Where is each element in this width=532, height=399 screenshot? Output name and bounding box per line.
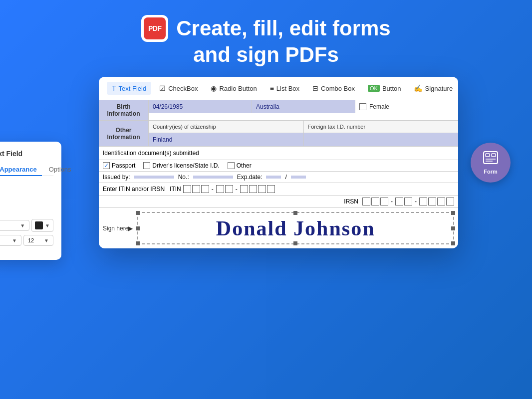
resize-tr[interactable] xyxy=(451,211,455,215)
toolbar-text-field[interactable]: T Text Field xyxy=(107,82,151,95)
form-button-icon xyxy=(483,151,499,168)
form-floating-button[interactable]: Form xyxy=(471,143,511,183)
birth-country-field[interactable]: Australia xyxy=(252,100,355,113)
issued-by-field[interactable] xyxy=(134,176,174,179)
font-name-dropdown[interactable]: Courier New ▼ xyxy=(0,220,29,231)
text-field-panel: Text Field General Appearance Options Co… xyxy=(0,142,61,260)
font-color-swatch xyxy=(35,221,43,229)
font-size-dropdown[interactable]: 12 ▼ xyxy=(23,235,53,246)
itin-label: ITIN xyxy=(170,186,181,193)
toolbar-checkbox[interactable]: ☑ CheckBox xyxy=(154,82,203,95)
svg-rect-3 xyxy=(486,154,490,157)
citizenship-value[interactable]: Finland xyxy=(149,133,304,146)
itin-dash1: - xyxy=(212,186,214,193)
font-name-arrow: ▼ xyxy=(20,223,25,228)
itin-box-5[interactable] xyxy=(225,185,233,193)
itin-box-7[interactable] xyxy=(249,185,257,193)
itin-dash2: - xyxy=(236,186,238,193)
irsn-box-9[interactable] xyxy=(446,198,454,205)
font-size-value: 12 xyxy=(28,237,34,243)
toolbar-button[interactable]: OK Button xyxy=(363,82,406,95)
itin-box-6[interactable] xyxy=(240,185,248,193)
drivers-item: Driver's license/State I.D. xyxy=(143,162,219,169)
itin-boxes-1 xyxy=(183,185,209,193)
main-area: Text Field General Appearance Options Co… xyxy=(41,77,491,248)
itin-box-3[interactable] xyxy=(201,185,209,193)
gender-checkbox[interactable] xyxy=(359,103,366,110)
tax-id-value[interactable] xyxy=(304,133,459,146)
resize-bl[interactable] xyxy=(136,241,140,245)
font-style-dropdown[interactable]: Regular ▼ xyxy=(0,235,21,246)
resize-tl[interactable] xyxy=(136,211,140,215)
exp-field[interactable] xyxy=(266,176,281,179)
irsn-boxes-1 xyxy=(362,198,388,205)
color-field: Color ▼ xyxy=(0,183,53,204)
birth-date-field[interactable]: 04/26/1985 xyxy=(149,100,252,113)
form-toolbar: T Text Field ☑ CheckBox ◉ Radio Button ≡… xyxy=(99,77,458,100)
itin-enter-label: Enter ITIN and/or IRSN xyxy=(103,186,165,193)
exp-field2[interactable] xyxy=(291,176,306,179)
irsn-box-8[interactable] xyxy=(437,198,445,205)
resize-br[interactable] xyxy=(451,241,455,245)
irsn-label: IRSN xyxy=(344,198,358,205)
font-size-arrow: ▼ xyxy=(44,238,49,243)
irsn-box-1[interactable] xyxy=(362,198,370,205)
itin-boxes-2 xyxy=(216,185,233,193)
itin-box-9[interactable] xyxy=(267,185,275,193)
other-fields: Country(ies) of citizenship Foreign tax … xyxy=(149,121,458,146)
checkbox-icon: ☑ xyxy=(159,84,166,92)
itin-box-8[interactable] xyxy=(258,185,266,193)
itin-box-2[interactable] xyxy=(192,185,200,193)
resize-tm[interactable] xyxy=(293,211,297,215)
toolbar-listbox[interactable]: ≡ List Box xyxy=(265,82,304,95)
itin-box-1[interactable] xyxy=(183,185,191,193)
resize-ml[interactable] xyxy=(136,226,140,230)
exp-label: Exp.date: xyxy=(237,174,263,181)
other-doc-checkbox[interactable] xyxy=(228,162,235,169)
resize-mr[interactable] xyxy=(451,226,455,230)
text-field-icon: T xyxy=(112,84,116,92)
passport-checkbox[interactable]: ✓ xyxy=(103,162,110,169)
irsn-dash2: - xyxy=(415,198,417,205)
citizenship-header-row: Country(ies) of citizenship Foreign tax … xyxy=(149,121,458,133)
irsn-box-7[interactable] xyxy=(428,198,436,205)
citizenship-label: Country(ies) of citizenship xyxy=(149,121,304,133)
drivers-label: Driver's license/State I.D. xyxy=(152,162,219,169)
button-icon: OK xyxy=(368,85,380,92)
tax-id-label: Foreign tax I.D. number xyxy=(304,121,459,133)
font-label: Font xyxy=(0,210,53,217)
drivers-checkbox[interactable] xyxy=(143,162,150,169)
color-row: ▼ xyxy=(0,192,53,204)
toolbar-signature[interactable]: ✍ Signature xyxy=(409,82,458,95)
listbox-label: List Box xyxy=(276,85,299,92)
radio-label: Radio Button xyxy=(219,85,257,92)
app-logo: PDF xyxy=(141,15,168,42)
header-title-line1: Create, fill, edit forms xyxy=(176,16,390,40)
issued-by-label: Issued by: xyxy=(103,174,130,181)
tab-options[interactable]: Options xyxy=(44,164,76,176)
tab-appearance[interactable]: Appearance xyxy=(0,164,42,176)
irsn-box-2[interactable] xyxy=(371,198,379,205)
exp-slash1: / xyxy=(285,174,286,181)
no-field[interactable] xyxy=(193,176,233,179)
signature-box[interactable]: Donald Johnson xyxy=(137,212,454,244)
toolbar-combobox[interactable]: ⊟ Combo Box xyxy=(307,82,360,95)
toolbar-radio[interactable]: ◉ Radio Button xyxy=(206,82,262,95)
itin-box-4[interactable] xyxy=(216,185,224,193)
signature-icon: ✍ xyxy=(414,84,422,92)
irsn-row: IRSN - - xyxy=(99,196,458,208)
app-header: PDF Create, fill, edit forms and sign PD… xyxy=(141,15,390,67)
irsn-box-3[interactable] xyxy=(380,198,388,205)
font-color-dropdown[interactable]: ▼ xyxy=(31,219,53,232)
irsn-box-5[interactable] xyxy=(404,198,412,205)
svg-rect-4 xyxy=(492,154,496,157)
pdf-logo-text: PDF xyxy=(144,17,166,39)
combobox-label: Combo Box xyxy=(321,85,355,92)
panel-tabs: General Appearance Options xyxy=(0,164,53,176)
resize-bm[interactable] xyxy=(293,241,297,245)
ident-header-row: Identification document(s) submitted xyxy=(99,147,458,160)
irsn-box-4[interactable] xyxy=(395,198,403,205)
form-button-label: Form xyxy=(484,169,498,175)
irsn-box-6[interactable] xyxy=(419,198,427,205)
checkbox-label: CheckBox xyxy=(168,85,198,92)
